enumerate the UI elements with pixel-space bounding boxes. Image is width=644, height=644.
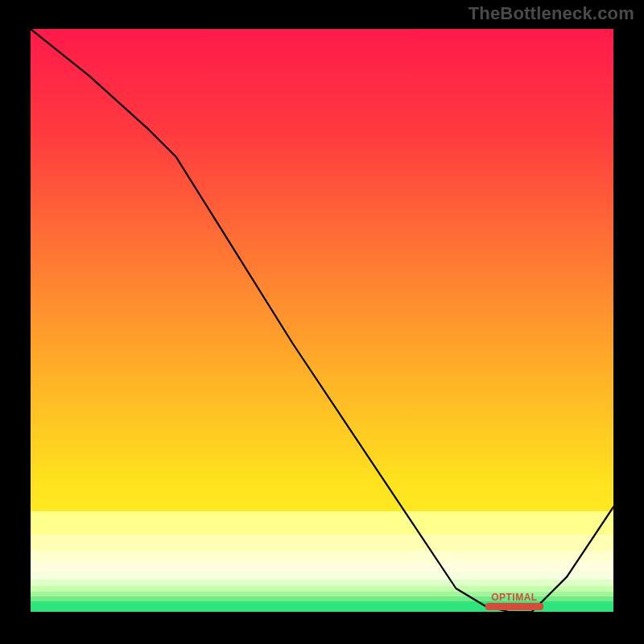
plot-area: OPTIMAL bbox=[31, 29, 613, 612]
svg-rect-11 bbox=[485, 603, 543, 610]
source-watermark: TheBottleneck.com bbox=[469, 3, 634, 24]
bottleneck-curve bbox=[31, 29, 613, 612]
plot-line-layer: OPTIMAL bbox=[31, 29, 613, 612]
optimal-marker: OPTIMAL bbox=[485, 592, 543, 611]
svg-text:OPTIMAL: OPTIMAL bbox=[491, 592, 538, 603]
chart-frame: TheBottleneck.com bbox=[0, 0, 644, 644]
